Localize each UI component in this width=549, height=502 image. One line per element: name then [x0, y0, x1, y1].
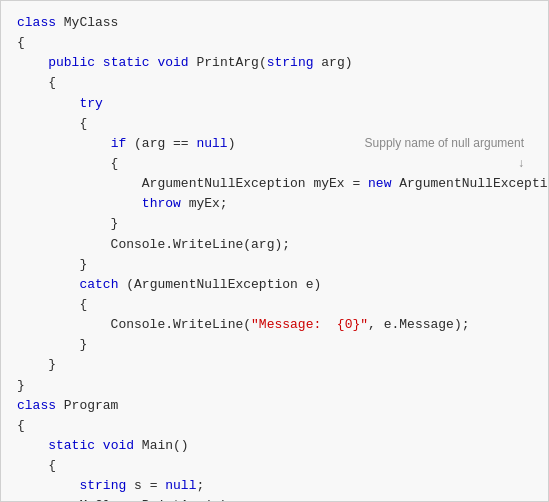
- code-line: public static void PrintArg(string arg): [17, 53, 532, 73]
- code-line: catch (ArgumentNullException e): [17, 275, 532, 295]
- code-line: {: [17, 114, 532, 134]
- code-line: Console.WriteLine("Message: {0}", e.Mess…: [17, 315, 532, 335]
- hint-arrow: ↓: [518, 154, 524, 173]
- code-line: }: [17, 255, 532, 275]
- code-line-if-null: if (arg == null) Supply name of null arg…: [17, 134, 532, 154]
- code-line: {: [17, 456, 532, 476]
- code-line: }: [17, 335, 532, 355]
- code-line: }: [17, 355, 532, 375]
- code-line: }: [17, 376, 532, 396]
- code-line: {: [17, 416, 532, 436]
- code-line: }: [17, 214, 532, 234]
- code-line: throw myEx;: [17, 194, 532, 214]
- code-line: static void Main(): [17, 436, 532, 456]
- hint-text: Supply name of null argument: [365, 134, 524, 153]
- code-line: {: [17, 295, 532, 315]
- code-line: string s = null;: [17, 476, 532, 496]
- code-line: { ↓: [17, 154, 532, 174]
- code-line: Console.WriteLine(arg);: [17, 235, 532, 255]
- code-line: {: [17, 33, 532, 53]
- code-line: {: [17, 73, 532, 93]
- code-line: ArgumentNullException myEx = new Argumen…: [17, 174, 532, 194]
- code-line: try: [17, 94, 532, 114]
- code-line: class Program: [17, 396, 532, 416]
- code-editor: class MyClass { public static void Print…: [0, 0, 549, 502]
- code-line: MyClass.PrintArg(s);: [17, 496, 532, 502]
- code-line: class MyClass: [17, 13, 532, 33]
